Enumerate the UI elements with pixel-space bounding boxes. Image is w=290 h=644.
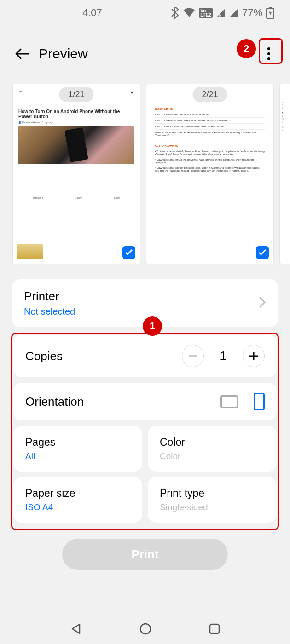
paper-size-label: Paper size — [25, 487, 130, 500]
wifi-icon — [183, 8, 195, 18]
article-title: How to Turn On an Android Phone Without … — [18, 109, 134, 119]
svg-point-7 — [140, 624, 151, 634]
svg-point-3 — [267, 47, 270, 50]
print-type-label: Print type — [160, 487, 265, 500]
status-time: 4:07 — [82, 7, 102, 19]
nav-home[interactable] — [139, 622, 152, 635]
svg-point-5 — [267, 58, 270, 60]
orientation-landscape[interactable] — [220, 395, 238, 408]
pages-label: Pages — [25, 436, 130, 448]
page-thumbnail-2[interactable]: 2/21 QUICK LINKS Step 1. Reboot the Phon… — [146, 84, 273, 264]
system-nav-bar — [0, 616, 290, 644]
check-icon — [125, 249, 133, 256]
orientation-label: Orientation — [25, 395, 84, 409]
signal-icon-2 — [229, 8, 238, 17]
color-value: Color — [160, 451, 265, 461]
page-preview-strip[interactable]: 1/21 ≡ ● How to Turn On an Android Phone… — [0, 78, 290, 270]
paper-size-value: ISO A4 — [25, 502, 130, 512]
copies-label: Copies — [25, 349, 63, 363]
header: Preview 2 — [0, 25, 290, 78]
color-label: Color — [160, 436, 265, 448]
pages-option[interactable]: Pages All — [13, 426, 142, 472]
plus-icon — [249, 351, 258, 361]
article-outline: QUICK LINKS Step 1. Reboot the Phone in … — [155, 106, 265, 173]
battery-pct: 77% — [242, 7, 262, 19]
back-button[interactable] — [14, 46, 30, 62]
battery-icon — [266, 7, 274, 19]
volte-icon: VoLTE2 — [199, 8, 213, 18]
nav-recents[interactable] — [209, 623, 220, 635]
print-button[interactable]: Print — [62, 539, 228, 570]
page-selected-check[interactable] — [122, 246, 135, 259]
more-vertical-icon — [267, 47, 271, 61]
minus-icon — [189, 355, 197, 357]
signal-icon-1: R — [216, 8, 226, 17]
square-recents-icon — [209, 623, 220, 635]
svg-point-4 — [267, 52, 270, 55]
article-hero-image — [18, 126, 134, 164]
ad-thumbnail — [17, 244, 43, 259]
arrow-left-icon — [15, 48, 29, 59]
printer-value: Not selected — [24, 306, 75, 317]
bluetooth-icon — [170, 7, 180, 19]
svg-text:R: R — [219, 13, 222, 17]
nav-back[interactable] — [70, 622, 82, 635]
page-indicator: 2/21 — [192, 87, 227, 102]
status-bar: 4:07 VoLTE2 R 77% — [0, 0, 290, 25]
orientation-portrait[interactable] — [254, 393, 265, 410]
more-menu-button[interactable] — [258, 43, 280, 65]
printer-label: Printer — [24, 289, 75, 304]
avatar-icon: ● — [131, 90, 133, 95]
settings-highlight-box: Copies 1 Orientation Pages All — [11, 333, 279, 530]
page-selected-check[interactable] — [256, 246, 269, 259]
copies-increment[interactable] — [243, 345, 265, 367]
annotation-1: 1 — [143, 316, 162, 336]
svg-rect-8 — [210, 624, 219, 633]
svg-rect-6 — [189, 355, 197, 356]
pages-value: All — [25, 451, 130, 461]
circle-home-icon — [139, 622, 152, 635]
check-icon — [258, 249, 267, 256]
copies-value: 1 — [214, 349, 232, 363]
print-type-option[interactable]: Print type Single-sided — [148, 477, 277, 523]
svg-rect-2 — [269, 7, 272, 8]
hamburger-icon: ≡ — [19, 90, 22, 95]
color-option[interactable]: Color Color — [148, 426, 277, 472]
page-indicator: 1/21 — [59, 87, 93, 102]
copies-decrement[interactable] — [182, 345, 204, 367]
page-thumbnail-3[interactable]: cahoSTmyOVo — [280, 84, 290, 264]
triangle-back-icon — [70, 622, 82, 635]
page-title: Preview — [39, 46, 88, 62]
annotation-2: 2 — [237, 39, 256, 58]
social-row: Threads 8 Follow Share — [17, 196, 136, 199]
copies-row: Copies 1 — [13, 335, 277, 377]
print-type-value: Single-sided — [160, 502, 265, 512]
orientation-row: Orientation — [13, 383, 277, 420]
print-settings: Printer Not selected Copies 1 Orientatio… — [0, 270, 290, 570]
paper-size-option[interactable]: Paper size ISO A4 — [13, 477, 142, 523]
page-thumbnail-1[interactable]: 1/21 ≡ ● How to Turn On an Android Phone… — [13, 84, 140, 264]
chevron-right-icon — [259, 296, 266, 310]
